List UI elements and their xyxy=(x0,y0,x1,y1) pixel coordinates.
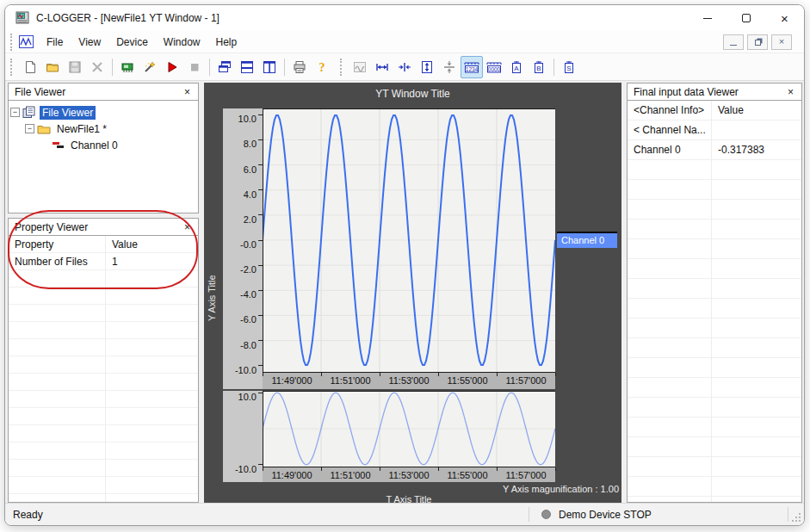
x-tick xyxy=(321,373,322,376)
toolbar1-drag-handle[interactable] xyxy=(10,59,15,76)
tree-item-newfile1[interactable]: − NewFile1 * xyxy=(10,121,196,137)
shrink-horizontal-icon xyxy=(398,60,411,74)
final-viewer-row[interactable]: < Channel Na... xyxy=(628,121,801,140)
main-chart-plot[interactable] xyxy=(263,108,555,372)
open-file-button[interactable] xyxy=(41,56,64,78)
y-tick xyxy=(258,114,263,115)
y-tick-label: 2.0 xyxy=(244,214,257,225)
help-icon: ? xyxy=(315,60,329,74)
status-device-section: Demo Device STOP xyxy=(529,509,788,521)
app-icon xyxy=(15,11,29,25)
expand-y-axis-button[interactable] xyxy=(416,56,438,78)
delete-button[interactable] xyxy=(86,56,108,78)
tree-label: Channel 0 xyxy=(68,139,121,152)
minimize-button[interactable] xyxy=(688,5,727,31)
column-header: <Channel Info> xyxy=(628,104,711,116)
overview-chart-plot[interactable] xyxy=(263,391,555,467)
tile-horizontal-button[interactable] xyxy=(236,56,258,78)
print-button[interactable] xyxy=(288,56,311,78)
menu-file[interactable]: File xyxy=(39,34,71,51)
stop-button[interactable] xyxy=(183,56,206,78)
overview-chart-y-axis[interactable]: 10.0-10.0 xyxy=(223,391,263,467)
expand-time-axis-button[interactable] xyxy=(371,56,393,78)
cascade-windows-button[interactable] xyxy=(213,56,236,78)
tile-vertical-button[interactable] xyxy=(258,56,281,78)
marker-s-button[interactable]: S xyxy=(558,56,580,78)
y-tick-label: -2.0 xyxy=(240,264,257,275)
menubar-drag-handle[interactable] xyxy=(10,34,15,51)
status-bar: Ready Demo Device STOP xyxy=(5,503,804,525)
window-title: C-LOGGER - [NewFile1 YT Window - 1] xyxy=(36,12,220,24)
property-name: Number of Files xyxy=(9,256,105,268)
close-button[interactable]: × xyxy=(765,5,804,31)
marker-a-button[interactable]: A xyxy=(505,56,528,78)
channel-0-badge[interactable]: Channel 0 xyxy=(557,232,617,248)
yt-window-button[interactable] xyxy=(349,56,371,78)
shrink-y-axis-button[interactable] xyxy=(438,56,461,78)
svg-text:0000: 0000 xyxy=(488,65,501,71)
x-tick xyxy=(555,373,556,376)
collapse-icon[interactable]: − xyxy=(10,108,20,117)
final-viewer-title-bar[interactable]: Final input data Viewer × xyxy=(628,84,801,101)
start-button[interactable] xyxy=(161,56,183,78)
resize-grip[interactable] xyxy=(788,504,804,525)
x-tick-label: 11:55'000 xyxy=(447,470,487,480)
file-viewer-title-bar[interactable]: File Viewer × xyxy=(9,84,198,101)
numeric-display-button[interactable]: 1234 xyxy=(461,56,483,78)
column-header: Value xyxy=(105,236,198,252)
final-viewer-row[interactable]: Channel 0 -0.317383 xyxy=(628,140,801,160)
help-button[interactable]: ? xyxy=(311,56,333,78)
mdi-close-button[interactable]: × xyxy=(771,34,792,50)
x-tick xyxy=(263,373,263,376)
file-viewer-close-icon[interactable]: × xyxy=(182,87,192,97)
menu-device[interactable]: Device xyxy=(108,34,156,51)
property-row[interactable]: Number of Files 1 xyxy=(9,253,198,270)
menu-window[interactable]: Window xyxy=(156,34,208,51)
title-bar[interactable]: C-LOGGER - [NewFile1 YT Window - 1] × xyxy=(5,5,804,31)
menu-help[interactable]: Help xyxy=(208,34,245,51)
final-viewer-close-icon[interactable]: × xyxy=(786,87,795,97)
open-folder-icon xyxy=(46,60,59,74)
property-viewer-title-bar[interactable]: Property Viewer × xyxy=(9,219,198,236)
minimize-icon xyxy=(703,18,712,19)
column-header: Property xyxy=(9,238,105,251)
y-tick-label: -4.0 xyxy=(240,289,257,300)
x-tick-label: 11:53'000 xyxy=(388,470,429,480)
mdi-restore-button[interactable] xyxy=(747,34,768,50)
property-viewer-close-icon[interactable]: × xyxy=(182,222,192,232)
marker-b-button[interactable]: B xyxy=(528,56,550,78)
y-tick xyxy=(258,315,263,316)
toolbar2-drag-handle[interactable] xyxy=(340,59,344,76)
setup-wizard-button[interactable] xyxy=(139,56,161,78)
value-cell: -0.317383 xyxy=(711,140,801,159)
shrink-time-axis-button[interactable] xyxy=(393,56,416,78)
y-axis-magnification-label: Y Axis magunification : 1.00 xyxy=(503,484,619,494)
maximize-button[interactable] xyxy=(727,5,765,31)
mdi-minimize-button[interactable] xyxy=(723,34,744,50)
save-button[interactable] xyxy=(64,56,86,78)
tile-vertical-icon xyxy=(263,60,276,74)
final-viewer-title: Final input data Viewer xyxy=(634,86,739,98)
main-chart-y-axis[interactable]: 10.08.06.04.02.0-0.0-2.0-4.0-6.0-8.0-10.… xyxy=(223,108,263,372)
binary-display-button[interactable]: 0000 xyxy=(483,56,505,78)
main-chart[interactable]: 10.08.06.04.02.0-0.0-2.0-4.0-6.0-8.0-10.… xyxy=(223,108,555,389)
overview-chart[interactable]: 10.0-10.0 11:49'00011:51'00011:53'00011:… xyxy=(223,391,555,482)
overview-chart-t-axis[interactable]: 11:49'00011:51'00011:53'00011:55'00011:5… xyxy=(263,467,555,482)
t-axis-title: T Axis Title xyxy=(263,494,555,504)
tree-item-file-viewer-root[interactable]: − File Viewer xyxy=(10,104,196,121)
final-input-data-viewer-panel: Final input data Viewer × <Channel Info>… xyxy=(627,83,802,503)
collapse-icon[interactable]: − xyxy=(25,124,34,133)
x-tick-label: 11:53'000 xyxy=(388,375,429,386)
y-tick-label: -10.0 xyxy=(235,464,257,474)
y-tick xyxy=(258,290,263,291)
menu-bar: File View Device Window Help × xyxy=(5,31,804,53)
file-stack-icon xyxy=(22,106,36,119)
channel-name-cell: Channel 0 xyxy=(628,144,711,156)
main-chart-t-axis[interactable]: 11:49'00011:51'00011:53'00011:55'00011:5… xyxy=(263,372,555,389)
new-file-button[interactable] xyxy=(19,56,41,78)
tree-item-channel0[interactable]: Channel 0 xyxy=(10,137,196,153)
device-connect-button[interactable] xyxy=(116,56,139,78)
file-viewer-title: File Viewer xyxy=(15,86,65,98)
device-icon xyxy=(121,60,134,74)
menu-view[interactable]: View xyxy=(71,34,108,51)
